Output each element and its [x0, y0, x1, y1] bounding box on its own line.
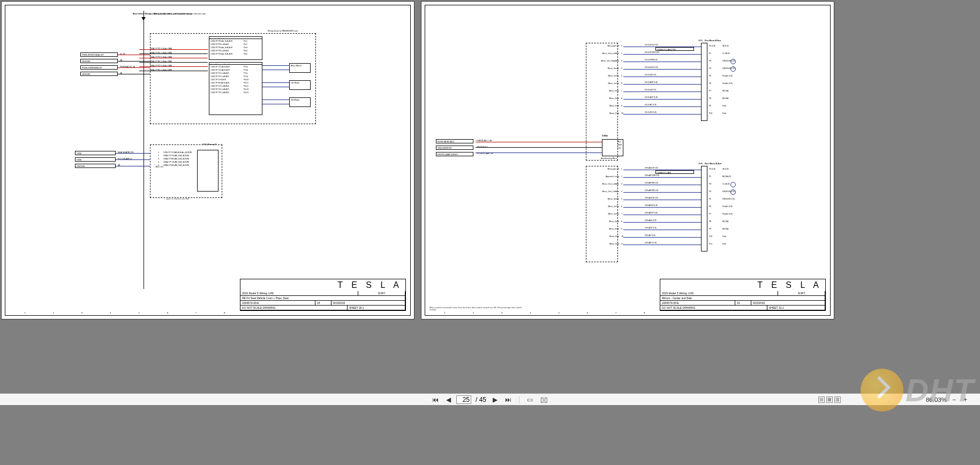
seat-pos-switch-box: 1103-YP OX-AmS-AJSP11a1100-YP OX-AmS-AJS… [209, 64, 262, 115]
ruler: 12345678 [431, 311, 659, 315]
prev-page-button[interactable]: ◀ [444, 396, 453, 403]
page-number-input[interactable] [456, 395, 471, 404]
main-motor: Main Motor [289, 63, 311, 73]
sheet-title-right: Mirrors - Center and Side [660, 296, 825, 300]
brand-logo: T E S L A [660, 279, 825, 291]
ruler: 12345678 [11, 311, 239, 315]
two-page-view-button[interactable]: ▯▯ [538, 396, 550, 403]
connector-FUSE-MIRR-ADJ: FUSE-MIRR-ADJ [436, 139, 473, 143]
connector-FRONTLAMP-RIGHT: FRONTLAMP-RIGHT [436, 152, 473, 156]
splice-note: splice <= 150mm from X067 [166, 198, 190, 200]
schematic-area-left: Base Vehicle Wiring — Wiring on this sid… [11, 11, 405, 288]
connector-block-X035 [701, 43, 707, 121]
scale-note: DO NOT SCALE DRAWING [240, 306, 348, 310]
scale-note: DO NOT SCALE DRAWING [660, 306, 767, 310]
connector-X096: X096 [75, 151, 116, 155]
motor-icon [730, 59, 736, 64]
header-note-2: Included in Seat Assembly — Wiring shown… [150, 13, 206, 15]
motor-icon [730, 66, 736, 72]
schematic-area-right: FUSE-MIRR-ADJ F-MIRR-ADJ 7.5AGND-MIRROR … [431, 11, 825, 288]
schematic-page-left: Base Vehicle Wiring — Wiring on this sid… [1, 1, 414, 319]
tilt-motor: Tilt Motor [289, 97, 311, 107]
zoom-out-button[interactable]: − [950, 396, 958, 403]
next-page-button[interactable]: ▶ [491, 396, 500, 403]
connector-PWR-FRONTSEAT-RT: PWR-FRONTSEAT-RT [80, 52, 118, 57]
brand-logo: T E S L A [240, 279, 405, 291]
titleblock-note-right: Mirror control commands come from the dr… [429, 307, 526, 311]
drawing-no: 1004573-00-E [660, 301, 735, 305]
pages-container: Base Vehicle Wiring — Wiring on this sid… [0, 0, 980, 385]
date: 9/15/2015 [331, 301, 405, 305]
memory-conn [197, 150, 218, 192]
drawing-no: 1004573-00-E [240, 301, 315, 305]
zoom-level: 86.03% [926, 397, 947, 403]
connector-X096: X096 [75, 157, 116, 162]
connector-FUSE-PWRSEAT-RT: FUSE-PWRSEAT-RT [80, 65, 118, 70]
model-line: 2015 Model S Wiring: LHD [660, 291, 778, 295]
first-page-button[interactable]: ⏮ [430, 396, 441, 403]
connector-GND-MIRROR: GND-MIRROR [436, 146, 473, 150]
side-note: Wiring shown for PASSENGER seat [268, 30, 298, 32]
lumbar-switch-box: 1200-YP PD-Ad_SuB-AJSPin11200-YP PD-LaB-… [209, 39, 262, 60]
motor-icon [730, 189, 736, 195]
outline-icon[interactable]: ▦ [826, 397, 833, 403]
rev: 15 [315, 301, 331, 305]
pdf-toolbar: ⏮ ◀ / 45 ▶ ⏭ ▭ ▯▯ ▤ ▦ ▥ 86.03% − + [0, 393, 980, 405]
titleblock-right: T E S L A 2015 Model S Wiring: LHDSOP7 M… [660, 279, 826, 311]
last-page-button[interactable]: ⏭ [503, 396, 514, 403]
layers-icon[interactable]: ▥ [834, 397, 841, 403]
connector-GND548: GND548 [75, 164, 116, 168]
titleblock-left: T E S L A 2015 Model S Wiring: LHDSOP7 R… [240, 279, 406, 311]
release: SOP7 [778, 291, 825, 295]
sheet-title-left: RE Frt Seat Vehicle Conn + Pass. Seat [240, 296, 405, 300]
connector-GND548: GND548 [80, 59, 118, 63]
schematic-page-right: FUSE-MIRR-ADJ F-MIRR-ADJ 7.5AGND-MIRROR … [421, 1, 834, 319]
page-frame: Base Vehicle Wiring — Wiring on this sid… [5, 5, 411, 316]
sheet-no-right: SHEET 31.1 [767, 306, 825, 310]
rev: 15 [735, 301, 751, 305]
offpage-X036: X036R-P-LAW [655, 170, 694, 174]
page-total: / 45 [474, 396, 487, 403]
single-page-view-button[interactable]: ▭ [525, 396, 535, 403]
date: 9/15/2015 [751, 301, 825, 305]
divider-line [144, 11, 144, 289]
lower-wires: 11200-YP OX-AB-AJS-Am_AJS2M2200A-YP OX-A… [158, 151, 192, 167]
thumbnails-icon[interactable]: ▤ [818, 397, 825, 403]
arrow-down-icon [141, 17, 146, 20]
zoom-in-button[interactable]: + [961, 396, 969, 403]
motor-icon [730, 182, 736, 187]
connector-GND530: GND530 [80, 72, 118, 76]
connector-block-X036 [701, 166, 707, 251]
page-frame: FUSE-MIRR-ADJ F-MIRR-ADJ 7.5AGND-MIRROR … [425, 5, 831, 316]
release: SOP7 [358, 291, 405, 295]
memory-label: X538_Memory02 [202, 143, 217, 146]
sheet-no-left: SHEET 30.1 [348, 306, 405, 310]
lift-motor: Lift Motor [289, 80, 311, 90]
model-line: 2015 Model S Wiring: LHD [240, 291, 358, 295]
offpage-X035: X035R-P-LAW-PRF [655, 47, 694, 51]
view-mode-icons: ▤ ▦ ▥ [818, 397, 841, 403]
